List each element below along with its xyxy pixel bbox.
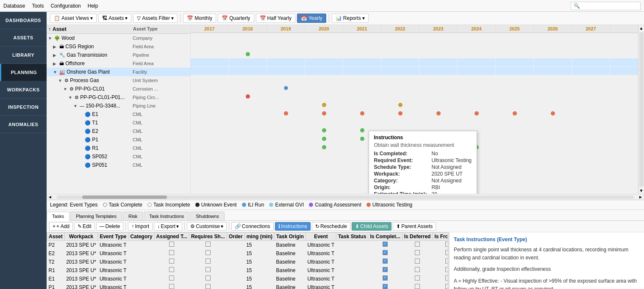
col-assigned[interactable]: Assigned T... [154, 233, 189, 241]
edit-button[interactable]: ✎ Edit [74, 222, 95, 231]
cell-completed[interactable] [368, 258, 402, 266]
tab-planning-templates[interactable]: Planning Templates [70, 212, 122, 220]
dot-e1-2022[interactable] [398, 111, 402, 116]
sidebar-item-assets[interactable]: ASSETS [0, 29, 47, 47]
expand-wood[interactable]: ▼ [48, 36, 53, 41]
import-button[interactable]: ↑ Import [128, 222, 153, 231]
table-row[interactable]: E22013 SPE U*Ultrasonic T15BaselineUltra… [47, 249, 448, 258]
assets-filter-button[interactable]: ▽ Assets Filter ▾ [133, 14, 178, 23]
connections-button[interactable]: 🔗 Connections [231, 222, 274, 231]
tree-row-pp-pg-cl01[interactable]: ▼ ⚙ PP-PG-CL01 Corrosion ... [47, 85, 190, 93]
tab-task-instructions[interactable]: Task Instructions [144, 212, 189, 220]
col-deferred[interactable]: Is Deferred [402, 233, 433, 241]
col-status[interactable]: Task Status [336, 233, 368, 241]
col-origin[interactable]: Task Origin [274, 233, 305, 241]
dot-gastrans-2018[interactable] [246, 52, 250, 56]
sidebar-item-planning[interactable]: PLANNING [0, 64, 47, 81]
sidebar-item-anomalies[interactable]: ANOMALIES [0, 116, 47, 133]
expand-cl01[interactable]: ▼ [63, 87, 68, 91]
tree-row-csg[interactable]: ▶ 🏔 CSG Region Field Area [47, 42, 190, 51]
cell-deferred[interactable] [402, 283, 433, 289]
cell-requires[interactable] [189, 258, 227, 266]
cell-deferred[interactable] [402, 249, 433, 258]
tree-row-sp051[interactable]: 🔵 SP051 CML [47, 161, 190, 169]
expand-150pg[interactable]: ▼ [73, 104, 78, 108]
dot-150pg-2022[interactable] [398, 103, 402, 107]
sidebar-item-workpacks[interactable]: WORKPACKS [0, 81, 47, 99]
table-row[interactable]: P12013 SPE U*Ultrasonic T15BaselineUltra… [47, 283, 448, 289]
yearly-button[interactable]: 📅 Yearly [297, 14, 326, 23]
dot-e2-2020[interactable] [322, 128, 326, 132]
dot-p1-2020[interactable] [322, 137, 326, 141]
tab-tasks[interactable]: Tasks [47, 212, 69, 221]
expand-processgas[interactable]: ▼ [58, 78, 63, 83]
tab-shutdowns[interactable]: Shutdowns [190, 212, 224, 220]
cell-requires[interactable] [189, 266, 227, 275]
dot-e2-2021[interactable] [360, 128, 364, 132]
cell-completed[interactable] [368, 275, 402, 283]
tree-row-r1[interactable]: 🔵 R1 CML [47, 144, 190, 152]
menu-database[interactable]: Database [3, 3, 25, 9]
assets-button[interactable]: 🏗 Assets ▾ [98, 14, 131, 23]
scroll-right-arrow[interactable]: ► [637, 195, 644, 199]
reschedule-button[interactable]: ↻ Reschedule [312, 222, 350, 231]
col-event-type[interactable]: Event Type [98, 233, 128, 241]
cell-deferred[interactable] [402, 266, 433, 275]
cell-assigned[interactable] [154, 241, 189, 249]
cell-completed[interactable] [368, 266, 402, 275]
col-ming[interactable]: ming (min) [244, 233, 274, 241]
scroll-up-arrow[interactable]: ▲ [638, 25, 644, 31]
cell-completed[interactable] [368, 249, 402, 258]
half-yearly-button[interactable]: 📅 Half Yearly [256, 14, 295, 23]
table-row[interactable]: E12013 SPE U*Ultrasonic T15BaselineUltra… [47, 275, 448, 283]
cell-from-p[interactable] [433, 275, 447, 283]
menu-configuration[interactable]: Configuration [50, 3, 80, 9]
tree-row-p1[interactable]: 🔵 P1 CML [47, 135, 190, 144]
sidebar-item-dashboards[interactable]: DASHBOARDS [0, 12, 47, 29]
col-category[interactable]: Category [128, 233, 154, 241]
table-row[interactable]: P22013 SPE U*Ultrasonic T15BaselineUltra… [47, 241, 448, 249]
dot-p1-2021[interactable] [360, 137, 364, 141]
col-event[interactable]: Event [306, 233, 336, 241]
col-requires[interactable]: Requires Sh... [189, 233, 227, 241]
tree-row-e2[interactable]: 🔵 E2 CML [47, 127, 190, 135]
tree-row-gastrans[interactable]: ▶ 🔧 Gas Transmission Pipeline [47, 51, 190, 59]
expand-csg[interactable]: ▶ [53, 44, 58, 49]
scroll-thumb-h[interactable] [82, 195, 167, 199]
customise-button[interactable]: ⚙ Customise ▾ [187, 222, 227, 231]
cell-from-p[interactable] [433, 241, 447, 249]
col-from-p[interactable]: Is From P... [433, 233, 447, 241]
table-row[interactable]: T22013 SPE U*Ultrasonic T15BaselineUltra… [47, 258, 448, 266]
scroll-left-arrow[interactable]: ◄ [47, 195, 53, 199]
dot-e1-2026[interactable] [551, 111, 555, 116]
quarterly-button[interactable]: 📅 Quarterly [218, 14, 254, 23]
cell-assigned[interactable] [154, 275, 189, 283]
cell-from-p[interactable] [433, 258, 447, 266]
reports-button[interactable]: 📊 Reports ▾ [332, 14, 369, 23]
cell-assigned[interactable] [154, 266, 189, 275]
cell-assigned[interactable] [154, 283, 189, 289]
menu-tools[interactable]: Tools [32, 3, 44, 9]
col-asset[interactable]: Asset [47, 233, 65, 241]
cell-completed[interactable] [368, 283, 402, 289]
search-box[interactable]: 🔍 [571, 2, 641, 10]
cell-requires[interactable] [189, 241, 227, 249]
cell-deferred[interactable] [402, 275, 433, 283]
vertical-scrollbar[interactable]: ▲ ▼ [638, 25, 644, 194]
expand-onshore[interactable]: ▼ [53, 70, 58, 74]
expand-offshore[interactable]: ▶ [53, 61, 58, 66]
dot-e1-2020[interactable] [322, 111, 326, 116]
tree-row-offshore[interactable]: ▶ 🏔 Offshore Field Area [47, 59, 190, 68]
horizontal-scrollbar[interactable]: ◄ ► [47, 194, 644, 200]
monthly-button[interactable]: 📅 Monthly [183, 14, 216, 23]
tree-row-sp052[interactable]: 🔵 SP052 CML [47, 152, 190, 161]
cell-deferred[interactable] [402, 241, 433, 249]
tree-row-pp-pg-cl01-p01[interactable]: ▼ ⚙ PP-PG-CL01-P01... Piping Circ... [47, 93, 190, 102]
col-workpack[interactable]: Workpack [64, 233, 98, 241]
col-order[interactable]: Order [227, 233, 244, 241]
dot-e1-2025[interactable] [513, 111, 517, 116]
parent-assets-button[interactable]: ⬆ Parent Assets [393, 222, 436, 231]
child-assets-button[interactable]: ⬇ Child Assets [352, 222, 391, 231]
sidebar-item-library[interactable]: LIBRARY [0, 47, 47, 64]
tree-row-t1[interactable]: 🔵 T1 CML [47, 118, 190, 127]
